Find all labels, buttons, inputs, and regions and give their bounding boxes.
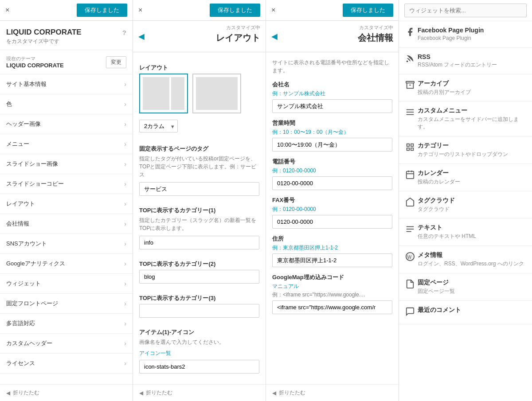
widget-list: Facebook Page Plugin Facebook Page Plugi…: [399, 21, 532, 401]
nav-item-label: レイアウト: [6, 200, 35, 208]
item1-icon-input[interactable]: [139, 360, 259, 374]
category3-input[interactable]: [139, 304, 259, 318]
widget-item-3[interactable]: カスタムメニュー カスタムメニューをサイドバーに追加します。: [399, 101, 532, 136]
change-theme-button[interactable]: 変更: [106, 56, 126, 68]
nav-item-1[interactable]: 色›: [0, 94, 133, 114]
nav-item-10[interactable]: ウィジェット›: [0, 274, 133, 294]
widget-desc-6: タグクラウド: [418, 206, 526, 213]
save-button-layout[interactable]: 保存しました: [210, 4, 260, 17]
widget-desc-9: 固定ページ一覧: [418, 288, 526, 295]
chevron-right-icon: ›: [124, 320, 126, 327]
googlemap-input[interactable]: [272, 300, 392, 314]
widget-item-9[interactable]: 固定ページ 固定ページ一覧: [399, 273, 532, 301]
back-button-company[interactable]: ◀: [271, 31, 278, 41]
hours-label: 営業時間: [272, 119, 392, 127]
hours-placeholder: 例：10：00〜19：00（月〜金）: [272, 128, 392, 136]
nav-item-label: Googleアナリティクス: [6, 260, 65, 268]
nav-item-8[interactable]: SNSアカウント›: [0, 234, 133, 254]
nav-item-label: ヘッダー画像: [6, 120, 41, 128]
layout-col-side: [171, 77, 184, 110]
company-name-placeholder: 例：サンプル株式会社: [272, 90, 392, 97]
chevron-right-icon: ›: [124, 200, 126, 207]
chevron-right-icon: ›: [124, 240, 126, 247]
facebook-icon: [405, 27, 418, 39]
fold-label: 折りたたむ: [13, 389, 39, 397]
nav-item-label: 固定フロントページ: [6, 300, 58, 308]
phone-input[interactable]: [272, 176, 392, 190]
nav-item-3[interactable]: メニュー›: [0, 134, 133, 154]
googlemap-link[interactable]: マニュアル: [272, 283, 392, 290]
company-desc: サイトに表示される電話番号や住所などを指定します。: [272, 58, 392, 74]
close-icon[interactable]: ×: [5, 6, 9, 14]
fax-input[interactable]: [272, 215, 392, 229]
fold-icon-layout: ◀: [139, 390, 143, 396]
widget-item-6[interactable]: タグクラウド タグクラウド: [399, 191, 532, 219]
nav-item-label: SNSアカウント: [6, 240, 47, 248]
fold-footer[interactable]: ◀ 折りたたむ: [0, 384, 133, 401]
nav-item-14[interactable]: ライセンス›: [0, 354, 133, 374]
nav-item-9[interactable]: Googleアナリティクス›: [0, 254, 133, 274]
layout-title: レイアウト: [216, 32, 260, 48]
nav-item-13[interactable]: カスタムヘッダー›: [0, 334, 133, 354]
widget-desc-3: カスタムメニューをサイドバーに追加します。: [418, 116, 526, 131]
chevron-right-icon: ›: [124, 101, 126, 108]
widget-item-5[interactable]: カレンダー 投稿のカレンダー: [399, 164, 532, 191]
widget-item-0[interactable]: Facebook Page Plugin Facebook Page Plugi…: [399, 21, 532, 48]
category2-input[interactable]: [139, 270, 259, 284]
widget-item-7[interactable]: テキスト 任意のテキストや HTML: [399, 218, 532, 246]
nav-item-label: カスタムヘッダー: [6, 339, 52, 347]
archive-icon: [405, 80, 418, 92]
layout-option-2col[interactable]: [139, 74, 188, 113]
theme-name: LIQUID CORPORATE: [6, 62, 64, 69]
layout-select[interactable]: 2カラム 1カラム 3カラム: [139, 120, 178, 132]
nav-item-0[interactable]: サイト基本情報›: [0, 74, 133, 94]
widget-item-10[interactable]: 最近のコメント: [399, 301, 532, 324]
nav-item-7[interactable]: 会社情報›: [0, 214, 133, 234]
phone-label: 電話番号: [272, 158, 392, 166]
hours-input[interactable]: [272, 138, 392, 152]
fax-label: FAX番号: [272, 196, 392, 204]
icon-list-link[interactable]: アイコン一覧: [139, 350, 171, 356]
nav-item-4[interactable]: スライドショー画像›: [0, 154, 133, 174]
address-label: 住所: [272, 235, 392, 243]
title-area: LIQUID CORPORATE ? をカスタマイズ中です: [0, 21, 133, 50]
layout-options: [139, 74, 259, 113]
panel-layout: × 保存しました ◀ カスタマイズ中 レイアウト レイアウト 2カラム 1カラ: [133, 0, 266, 401]
widget-item-2[interactable]: アーカイブ 投稿の月別アーカイブ: [399, 74, 532, 102]
chevron-right-icon: ›: [124, 121, 126, 128]
address-input[interactable]: [272, 253, 392, 267]
category1-input[interactable]: [139, 236, 259, 249]
help-icon[interactable]: ?: [122, 29, 126, 36]
nav-item-6[interactable]: レイアウト›: [0, 194, 133, 214]
widget-item-4[interactable]: カテゴリー カテゴリーのリストやドロップダウン: [399, 136, 532, 164]
fold-footer-company[interactable]: ◀ 折りたたむ: [266, 384, 399, 401]
fold-icon: ◀: [6, 390, 10, 396]
widget-item-1[interactable]: RSS RSS/Atom フィードのエントリー: [399, 48, 532, 74]
fixed-tag-input[interactable]: [139, 182, 259, 196]
close-icon-layout[interactable]: ×: [138, 6, 142, 14]
save-button[interactable]: 保存しました: [77, 4, 127, 17]
company-name-label: 会社名: [272, 81, 392, 89]
nav-item-label: スライドショーコピー: [6, 180, 64, 188]
layout-select-wrapper[interactable]: 2カラム 1カラム 3カラム ▾: [139, 120, 178, 132]
widget-item-8[interactable]: W メタ情報 ログイン、RSS、WordPress.org へのリンク: [399, 246, 532, 273]
fixed-tag-label: 固定表示するページのタグ: [139, 145, 259, 153]
nav-item-12[interactable]: 多言語対応›: [0, 314, 133, 334]
nav-item-2[interactable]: ヘッダー画像›: [0, 114, 133, 134]
chevron-right-icon: ›: [124, 160, 126, 167]
widget-search-input[interactable]: [404, 4, 527, 17]
nav-item-5[interactable]: スライドショーコピー›: [0, 174, 133, 194]
panel-widgets: Facebook Page Plugin Facebook Page Plugi…: [399, 0, 532, 401]
fold-footer-layout[interactable]: ◀ 折りたたむ: [133, 384, 266, 401]
save-button-company[interactable]: 保存しました: [343, 4, 393, 17]
widget-desc-8: ログイン、RSS、WordPress.org へのリンク: [418, 260, 526, 268]
widget-name-10: 最近のコメント: [418, 306, 526, 314]
back-button-layout[interactable]: ◀: [138, 31, 145, 41]
nav-item-11[interactable]: 固定フロントページ›: [0, 294, 133, 314]
nav-item-label: ウィジェット: [6, 280, 41, 288]
address-placeholder: 例：東京都墨田区押上1-1-2: [272, 244, 392, 252]
company-name-input[interactable]: [272, 99, 392, 113]
category-icon: [405, 142, 418, 154]
close-icon-company[interactable]: ×: [271, 6, 275, 14]
layout-option-1col[interactable]: [192, 74, 241, 113]
